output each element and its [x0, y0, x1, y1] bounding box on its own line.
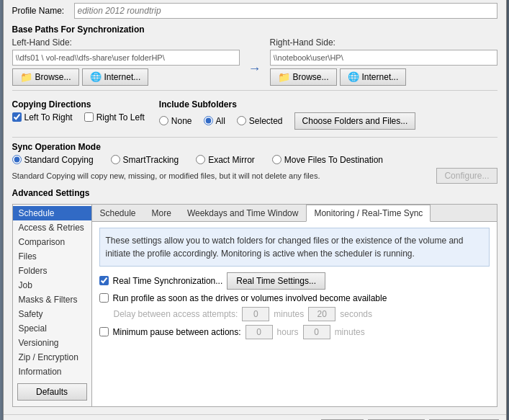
defaults-button[interactable]: Defaults: [17, 383, 87, 401]
delay-minutes-input: [242, 307, 269, 321]
none-radio[interactable]: [159, 116, 168, 125]
real-time-settings-button[interactable]: Real Time Settings...: [227, 272, 325, 290]
smarttracking-option: SmartTracking: [111, 155, 179, 165]
left-to-right-option: Left To Right: [12, 112, 73, 122]
left-browse-button[interactable]: 📁 Browse...: [12, 68, 79, 86]
right-side-label: Right-Hand Side:: [270, 37, 497, 48]
right-side-section: Right-Hand Side: 📁 Browse... 🌐 Internet.…: [270, 37, 497, 86]
divider-1: [12, 90, 497, 91]
smarttracking-label: SmartTracking: [123, 155, 179, 165]
move-files-radio[interactable]: [272, 155, 281, 164]
monitoring-tab-content: These settings allow you to watch folder…: [92, 222, 497, 406]
sidebar-footer: Defaults: [13, 379, 91, 405]
divider-2: [12, 137, 497, 138]
none-label: None: [171, 116, 192, 126]
profile-name-label: Profile Name:: [12, 6, 70, 16]
right-browse-button[interactable]: 📁 Browse...: [270, 68, 337, 86]
sidebar-item-comparison[interactable]: Comparison: [13, 235, 91, 249]
copying-directions-label: Copying Directions: [12, 99, 145, 110]
min-pause-hours-input: [246, 325, 273, 339]
advanced-settings-label: Advanced Settings: [12, 188, 497, 198]
sync-info-row: Standard Copying will copy new, missing,…: [12, 168, 497, 184]
standard-copying-option: Standard Copying: [12, 155, 94, 165]
exact-mirror-option: Exact Mirror: [196, 155, 255, 165]
min-pause-row: Minimum pause between actions: hours min…: [99, 325, 490, 339]
arrow-divider: →: [246, 37, 264, 86]
left-side-section: Left-Hand Side: 📁 Browse... 🌐 Internet..…: [12, 37, 240, 86]
sidebar-item-versioning[interactable]: Versioning: [13, 336, 91, 350]
standard-copying-label: Standard Copying: [24, 155, 94, 165]
sidebar-item-zip-encryption[interactable]: Zip / Encryption: [13, 350, 91, 365]
choose-folders-button[interactable]: Choose Folders and Files...: [294, 112, 416, 130]
copying-direction-options: Left To Right Right To Left: [12, 112, 145, 122]
include-subfolders-label: Include Subfolders: [159, 99, 415, 110]
tab-more[interactable]: More: [144, 205, 179, 222]
real-time-sync-label: Real Time Synchronization...: [113, 276, 223, 286]
profile-name-input[interactable]: [74, 3, 497, 19]
sidebar-item-folders[interactable]: Folders: [13, 264, 91, 278]
right-to-left-label: Right To Left: [96, 112, 145, 122]
sidebar-item-files[interactable]: Files: [13, 249, 91, 264]
selected-option: Selected: [237, 116, 283, 126]
subfolders-options: None All Selected Choose Folders and Fil…: [159, 112, 415, 130]
delay-seconds-unit: seconds: [340, 309, 372, 319]
sidebar-item-masks-filters[interactable]: Masks & Filters: [13, 292, 91, 307]
selected-radio[interactable]: [237, 116, 246, 125]
folder-icon-right: 📁: [278, 71, 290, 83]
advanced-sidebar: Schedule Access & Retries Comparison Fil…: [13, 205, 92, 406]
folder-icon-left: 📁: [20, 71, 32, 83]
all-radio[interactable]: [204, 116, 213, 125]
right-path-input[interactable]: [270, 50, 497, 66]
delay-label: Delay between access attempts:: [114, 309, 238, 319]
all-label: All: [216, 116, 225, 126]
profile-name-row: Profile Name:: [12, 3, 497, 19]
min-pause-minutes-input: [303, 325, 330, 339]
smarttracking-radio[interactable]: [111, 155, 120, 164]
copying-directions-section: Copying Directions Left To Right Right T…: [12, 95, 145, 125]
base-paths-area: Left-Hand Side: 📁 Browse... 🌐 Internet..…: [12, 37, 497, 86]
run-profile-row: Run profile as soon as the drives or vol…: [99, 293, 490, 303]
exact-mirror-radio[interactable]: [196, 155, 205, 164]
sidebar-item-special[interactable]: Special: [13, 321, 91, 336]
sidebar-item-schedule[interactable]: Schedule: [13, 206, 91, 220]
monitoring-info-box: These settings allow you to watch folder…: [99, 228, 490, 267]
min-pause-minutes-unit: minutes: [335, 327, 365, 337]
run-profile-label: Run profile as soon as the drives or vol…: [113, 293, 387, 303]
left-path-input[interactable]: [12, 50, 240, 66]
right-to-left-checkbox[interactable]: [84, 112, 94, 122]
min-pause-hours-unit: hours: [277, 327, 299, 337]
left-to-right-checkbox[interactable]: [12, 112, 22, 122]
sidebar-item-safety[interactable]: Safety: [13, 307, 91, 321]
left-browse-row: 📁 Browse... 🌐 Internet...: [12, 68, 240, 86]
include-subfolders-section: Include Subfolders None All Selected: [159, 95, 415, 133]
standard-copying-radio[interactable]: [12, 155, 22, 164]
sync-mode-label: Sync Operation Mode: [12, 142, 497, 152]
configure-button[interactable]: Configure...: [436, 168, 497, 184]
sync-mode-options: Standard Copying SmartTracking Exact Mir…: [12, 155, 497, 165]
tab-weekdays[interactable]: Weekdays and Time Window: [179, 205, 307, 222]
profile-settings-window: Profile Settings _ □ ✕ Profile Name: Bas…: [3, 0, 507, 420]
delay-seconds-input: [308, 307, 335, 321]
sync-info-text: Standard Copying will copy new, missing,…: [12, 171, 431, 180]
tab-schedule[interactable]: Schedule: [92, 205, 144, 222]
left-internet-button[interactable]: 🌐 Internet...: [82, 68, 149, 86]
advanced-area: Schedule Access & Retries Comparison Fil…: [12, 204, 497, 407]
sidebar-item-access-retries[interactable]: Access & Retries: [13, 220, 91, 235]
right-to-left-option: Right To Left: [84, 112, 145, 122]
move-files-option: Move Files To Destination: [272, 155, 383, 165]
globe-icon-right: 🌐: [348, 71, 359, 82]
min-pause-checkbox[interactable]: [99, 327, 109, 336]
tab-monitoring[interactable]: Monitoring / Real-Time Sync: [306, 205, 431, 222]
sidebar-item-job[interactable]: Job: [13, 278, 91, 292]
globe-icon-left: 🌐: [90, 71, 102, 82]
selected-label: Selected: [249, 116, 283, 126]
right-internet-button[interactable]: 🌐 Internet...: [340, 68, 407, 86]
tab-bar: Schedule More Weekdays and Time Window M…: [92, 205, 497, 222]
real-time-sync-row: Real Time Synchronization... Real Time S…: [99, 272, 490, 290]
run-profile-checkbox[interactable]: [99, 293, 109, 303]
options-area: Copying Directions Left To Right Right T…: [12, 95, 497, 133]
real-time-sync-checkbox[interactable]: [99, 276, 109, 285]
left-to-right-label: Left To Right: [24, 112, 73, 122]
sidebar-item-information[interactable]: Information: [13, 365, 91, 379]
right-browse-row: 📁 Browse... 🌐 Internet...: [270, 68, 497, 86]
